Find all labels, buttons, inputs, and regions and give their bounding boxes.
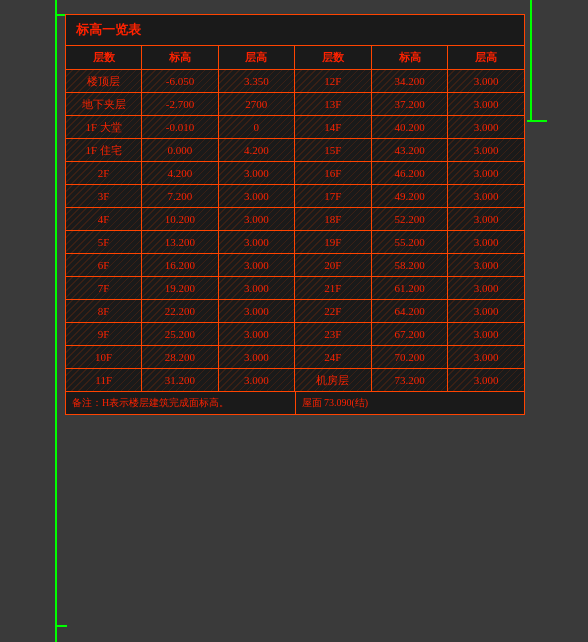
footer-row: 备注：H表示楼层建筑完成面标高。 屋面 73.090(结) <box>66 391 524 414</box>
left-cell-6-2: 3.000 <box>219 208 294 230</box>
table-container: 标高一览表 层数 标高 层高 层数 标高 层高 楼顶层-6.0503.350地下… <box>65 14 525 415</box>
left-cell-4-2: 3.000 <box>219 162 294 184</box>
left-cell-10-1: 22.200 <box>142 300 218 322</box>
table-row: 3F7.2003.000 <box>66 185 294 208</box>
right-col3-header: 层高 <box>448 46 524 69</box>
right-cell-9-1: 61.200 <box>372 277 449 299</box>
left-cell-6-0: 4F <box>66 208 142 230</box>
right-header: 层数 标高 层高 <box>295 46 524 69</box>
right-cell-8-1: 58.200 <box>372 254 449 276</box>
left-cell-13-0: 11F <box>66 369 142 391</box>
left-cell-5-0: 3F <box>66 185 142 207</box>
green-line-vertical-left <box>55 0 57 642</box>
left-cell-5-2: 3.000 <box>219 185 294 207</box>
table-row: 17F49.2003.000 <box>295 185 524 208</box>
right-cell-3-1: 43.200 <box>372 139 449 161</box>
table-row: 6F16.2003.000 <box>66 254 294 277</box>
right-cell-0-1: 34.200 <box>372 70 449 92</box>
left-cell-2-2: 0 <box>219 116 294 138</box>
right-cell-13-1: 73.200 <box>372 369 449 391</box>
left-cell-4-0: 2F <box>66 162 142 184</box>
table-row: 2F4.2003.000 <box>66 162 294 185</box>
table-row: 楼顶层-6.0503.350 <box>66 70 294 93</box>
table-row: 23F67.2003.000 <box>295 323 524 346</box>
left-cell-8-1: 16.200 <box>142 254 218 276</box>
table-row: 14F40.2003.000 <box>295 116 524 139</box>
right-cell-4-1: 46.200 <box>372 162 449 184</box>
left-cell-8-0: 6F <box>66 254 142 276</box>
left-cell-12-1: 28.200 <box>142 346 218 368</box>
right-cell-10-1: 64.200 <box>372 300 449 322</box>
right-cell-10-2: 3.000 <box>448 300 524 322</box>
table-row: 21F61.2003.000 <box>295 277 524 300</box>
left-col1-header: 层数 <box>66 46 142 69</box>
table-row: 9F25.2003.000 <box>66 323 294 346</box>
canvas: 标高一览表 层数 标高 层高 层数 标高 层高 楼顶层-6.0503.350地下… <box>0 0 588 642</box>
left-cell-0-2: 3.350 <box>219 70 294 92</box>
left-cell-7-2: 3.000 <box>219 231 294 253</box>
footer-right: 屋面 73.090(结) <box>296 392 525 414</box>
table-row: 11F31.2003.000 <box>66 369 294 391</box>
table-row: 地下夹层-2.7002700 <box>66 93 294 116</box>
table-row: 10F28.2003.000 <box>66 346 294 369</box>
green-line-vertical-right <box>530 0 532 120</box>
left-cell-13-1: 31.200 <box>142 369 218 391</box>
right-cell-3-0: 15F <box>295 139 372 161</box>
left-header: 层数 标高 层高 <box>66 46 295 69</box>
left-cell-0-1: -6.050 <box>142 70 218 92</box>
right-cell-5-2: 3.000 <box>448 185 524 207</box>
right-cell-11-2: 3.000 <box>448 323 524 345</box>
right-table: 12F34.2003.00013F37.2003.00014F40.2003.0… <box>295 70 524 391</box>
green-line-right-h <box>527 120 547 122</box>
left-cell-11-2: 3.000 <box>219 323 294 345</box>
left-cell-7-0: 5F <box>66 231 142 253</box>
table-row: 7F19.2003.000 <box>66 277 294 300</box>
left-cell-10-0: 8F <box>66 300 142 322</box>
left-col2-header: 标高 <box>142 46 218 69</box>
table-row: 13F37.2003.000 <box>295 93 524 116</box>
left-cell-13-2: 3.000 <box>219 369 294 391</box>
right-cell-6-0: 18F <box>295 208 372 230</box>
right-cell-11-1: 67.200 <box>372 323 449 345</box>
table-row: 22F64.2003.000 <box>295 300 524 323</box>
right-cell-12-2: 3.000 <box>448 346 524 368</box>
right-cell-2-2: 3.000 <box>448 116 524 138</box>
right-cell-6-2: 3.000 <box>448 208 524 230</box>
right-cell-0-0: 12F <box>295 70 372 92</box>
right-cell-13-2: 3.000 <box>448 369 524 391</box>
table-row: 8F22.2003.000 <box>66 300 294 323</box>
left-cell-3-0: 1F 住宅 <box>66 139 142 161</box>
right-cell-7-1: 55.200 <box>372 231 449 253</box>
left-cell-7-1: 13.200 <box>142 231 218 253</box>
green-line-bottom <box>55 625 67 627</box>
left-cell-3-2: 4.200 <box>219 139 294 161</box>
right-cell-9-2: 3.000 <box>448 277 524 299</box>
left-cell-4-1: 4.200 <box>142 162 218 184</box>
right-cell-4-2: 3.000 <box>448 162 524 184</box>
table-row: 20F58.2003.000 <box>295 254 524 277</box>
table-row: 24F70.2003.000 <box>295 346 524 369</box>
left-cell-11-1: 25.200 <box>142 323 218 345</box>
right-cell-5-0: 17F <box>295 185 372 207</box>
table-row: 机房层73.2003.000 <box>295 369 524 391</box>
left-cell-1-0: 地下夹层 <box>66 93 142 115</box>
left-cell-10-2: 3.000 <box>219 300 294 322</box>
footer-left: 备注：H表示楼层建筑完成面标高。 <box>66 392 296 414</box>
left-cell-12-0: 10F <box>66 346 142 368</box>
table-row: 18F52.2003.000 <box>295 208 524 231</box>
left-header-row: 层数 标高 层高 <box>66 46 294 69</box>
table-row: 1F 大堂-0.0100 <box>66 116 294 139</box>
left-table: 楼顶层-6.0503.350地下夹层-2.70027001F 大堂-0.0100… <box>66 70 295 391</box>
left-cell-2-1: -0.010 <box>142 116 218 138</box>
left-cell-1-1: -2.700 <box>142 93 218 115</box>
left-cell-9-0: 7F <box>66 277 142 299</box>
table-row: 15F43.2003.000 <box>295 139 524 162</box>
left-cell-9-2: 3.000 <box>219 277 294 299</box>
left-cell-5-1: 7.200 <box>142 185 218 207</box>
left-cell-3-1: 0.000 <box>142 139 218 161</box>
right-cell-4-0: 16F <box>295 162 372 184</box>
right-cell-7-0: 19F <box>295 231 372 253</box>
right-cell-1-1: 37.200 <box>372 93 449 115</box>
left-col3-header: 层高 <box>219 46 294 69</box>
table-row: 19F55.2003.000 <box>295 231 524 254</box>
